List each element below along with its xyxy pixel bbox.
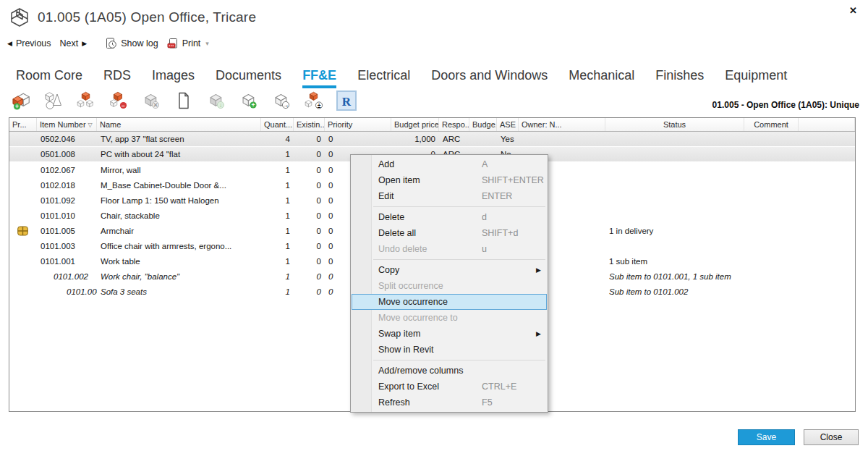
table-row[interactable]: 0502.046TV, app 37 "flat screen4001,000A… xyxy=(9,132,855,147)
column-label: Owner: N... xyxy=(522,120,562,129)
print-icon xyxy=(167,38,179,49)
save-button[interactable]: Save xyxy=(738,429,795,445)
menu-item-add-remove-columns[interactable]: Add/remove columns xyxy=(351,363,548,379)
toolbar-button-add-item[interactable]: + xyxy=(12,91,30,110)
cell-blank xyxy=(799,269,855,284)
column-header-ase[interactable]: ASE xyxy=(497,118,519,131)
show-log-button[interactable]: Show log xyxy=(106,38,158,49)
cell-owner xyxy=(519,132,605,146)
column-header-owner[interactable]: Owner: N... xyxy=(519,118,605,131)
menu-item-swap-item[interactable]: Swap item▶ xyxy=(351,326,548,342)
toolbar-button-move-item[interactable]: → xyxy=(272,91,291,110)
tab-documents[interactable]: Documents xyxy=(216,68,281,88)
tab-bar: Room CoreRDSImagesDocumentsFF&EElectrica… xyxy=(16,68,787,88)
window-close-button[interactable]: ✕ xyxy=(846,4,861,17)
menu-item-add[interactable]: AddA xyxy=(351,156,548,172)
next-label: Next xyxy=(60,38,79,49)
cell-comment xyxy=(744,223,799,238)
cell-status: Sub item to 0101.001, 1 sub item xyxy=(605,269,744,284)
cell-qty: 4 xyxy=(261,132,294,146)
next-button[interactable]: Next ▶ xyxy=(60,38,88,49)
sort-descending-icon: ▽ xyxy=(88,122,93,128)
toolbar-button-remove-item[interactable]: − xyxy=(109,91,128,110)
cell-existing: 0 xyxy=(294,223,325,238)
column-header-budget[interactable]: Budget price xyxy=(391,118,439,131)
menu-item-label: Export to Excel xyxy=(378,382,439,392)
svg-text:±: ± xyxy=(318,102,321,109)
tab-images[interactable]: Images xyxy=(152,68,195,88)
column-header-existing[interactable]: Existin... xyxy=(294,118,325,131)
tab-doors-and-windows[interactable]: Doors and Windows xyxy=(431,68,548,88)
column-header-pr[interactable]: Pr... xyxy=(9,118,37,131)
cell-comment xyxy=(744,284,799,299)
cell-comment xyxy=(744,162,799,177)
menu-item-refresh[interactable]: RefreshF5 xyxy=(351,395,548,410)
column-label: Existin... xyxy=(297,120,325,129)
menu-item-show-in-revit[interactable]: Show in Revit xyxy=(351,342,548,358)
menu-item-edit[interactable]: EditENTER xyxy=(351,188,548,204)
cell-name: Floor Lamp 1: 150 watt Halogen xyxy=(97,193,261,208)
column-header-priority[interactable]: Priority xyxy=(325,118,391,131)
cell-comment xyxy=(744,193,799,208)
menu-item-undo-delete: Undo deleteu xyxy=(351,241,548,257)
toolbar-button-item-types[interactable] xyxy=(44,91,63,110)
menu-item-label: Add/remove columns xyxy=(378,366,463,376)
toolbar-button-revit[interactable]: R xyxy=(337,91,356,110)
toolbar-button-add-sub-item[interactable] xyxy=(77,91,95,110)
column-header-respo[interactable]: Respo... xyxy=(439,118,469,131)
cell-existing: 0 xyxy=(294,253,325,269)
cell-qty: 1 xyxy=(261,177,294,193)
tab-electrical[interactable]: Electrical xyxy=(357,68,410,88)
column-label: Respo... xyxy=(442,120,469,129)
column-label: Quant... xyxy=(264,120,292,129)
cell-existing: 0 xyxy=(294,284,325,299)
column-header-qty[interactable]: Quant... xyxy=(261,118,294,131)
column-header-comment[interactable]: Comment xyxy=(744,118,799,131)
svg-text:R: R xyxy=(342,95,352,109)
menu-item-open-item[interactable]: Open itemSHIFT+ENTER xyxy=(351,172,548,188)
cell-pr xyxy=(9,223,37,238)
column-label: Budget price xyxy=(394,120,439,129)
column-header-item[interactable]: Item Number▽ xyxy=(37,118,97,131)
cell-pr xyxy=(9,132,37,146)
cell-pr xyxy=(9,269,37,284)
menu-item-export-to-excel[interactable]: Export to ExcelCTRL+E xyxy=(351,379,548,395)
menu-item-label: Swap item xyxy=(378,329,420,339)
tab-mechanical[interactable]: Mechanical xyxy=(569,68,634,88)
cell-qty: 1 xyxy=(261,147,294,161)
column-header-status[interactable]: Status xyxy=(605,118,744,131)
cell-item: 0101.003 xyxy=(37,238,97,253)
tab-finishes[interactable]: Finishes xyxy=(655,68,704,88)
menu-item-label: Undo delete xyxy=(378,244,427,254)
tab-equipment[interactable]: Equipment xyxy=(725,68,787,88)
tab-ff-e[interactable]: FF&E xyxy=(302,68,336,88)
tab-rds[interactable]: RDS xyxy=(103,68,131,88)
tab-room-core[interactable]: Room Core xyxy=(16,68,82,88)
cell-status xyxy=(605,147,744,161)
cell-pr xyxy=(9,238,37,253)
menu-item-move-occurrence-to: Move occurrence to xyxy=(351,310,548,326)
submenu-arrow-icon: ▶ xyxy=(536,266,541,274)
cell-qty: 1 xyxy=(261,223,294,238)
remove-item-icon: − xyxy=(109,91,128,110)
close-button[interactable]: Close xyxy=(804,429,859,445)
menu-item-move-occurrence[interactable]: Move occurrence xyxy=(352,294,547,310)
column-header-blank[interactable] xyxy=(799,118,855,131)
toolbar-button-insert-item[interactable]: + xyxy=(239,91,258,110)
column-header-name[interactable]: Name xyxy=(97,118,261,131)
show-log-label: Show log xyxy=(121,38,158,49)
menu-item-delete-all[interactable]: Delete allSHIFT+d xyxy=(351,225,548,241)
menu-item-delete[interactable]: Deleted xyxy=(351,209,548,225)
menu-item-copy[interactable]: Copy▶ xyxy=(351,262,548,278)
toolbar-button-document[interactable] xyxy=(174,91,193,110)
previous-button[interactable]: ◀ Previous xyxy=(7,38,51,49)
column-header-budge[interactable]: Budge... xyxy=(469,118,497,131)
toolbar-button-undelete-disabled[interactable]: ✕ xyxy=(142,91,161,110)
cell-blank xyxy=(799,223,855,238)
cell-pr xyxy=(9,208,37,223)
toolbar-button-import-disabled[interactable]: ↓ xyxy=(207,91,226,110)
print-button[interactable]: Print ▾ xyxy=(167,38,209,49)
cell-blank xyxy=(799,208,855,223)
toolbar-button-update-items[interactable]: ± xyxy=(305,91,323,110)
menu-item-split-occurrence: Split occurrence xyxy=(351,278,548,294)
